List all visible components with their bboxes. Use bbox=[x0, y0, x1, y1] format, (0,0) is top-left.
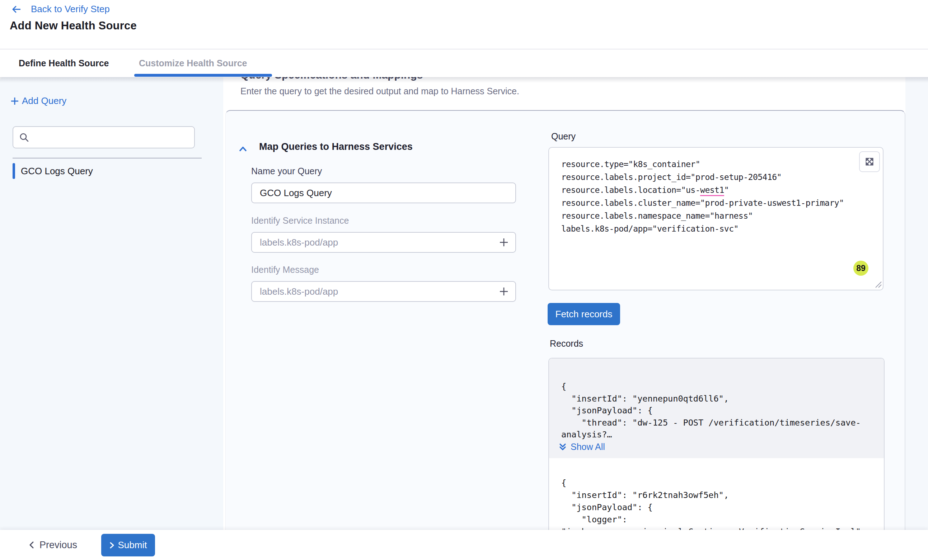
query-code: resource.type="k8s_container"resource.la… bbox=[561, 158, 844, 235]
fullscreen-icon bbox=[864, 157, 875, 167]
search-icon bbox=[19, 132, 29, 142]
submit-button[interactable]: Submit bbox=[101, 534, 155, 556]
identify-message-input[interactable] bbox=[251, 281, 516, 302]
previous-button[interactable]: Previous bbox=[29, 530, 77, 560]
back-to-verify-link[interactable]: Back to Verify Step bbox=[11, 4, 110, 15]
right-gutter bbox=[905, 76, 928, 530]
sidebar-item-gco-logs-query[interactable]: GCO Logs Query bbox=[12, 163, 93, 179]
page-footer: Previous Submit bbox=[0, 530, 928, 560]
add-health-source-page: Query Specifications and Mappings Enter … bbox=[0, 0, 928, 560]
service-instance-input[interactable] bbox=[251, 232, 516, 253]
identify-message-label: Identify Message bbox=[251, 265, 319, 275]
records-label: Records bbox=[550, 338, 583, 349]
spellcheck-underline: west1 bbox=[700, 186, 724, 196]
query-name-input[interactable] bbox=[251, 183, 516, 203]
previous-label: Previous bbox=[40, 540, 77, 551]
query-search-box bbox=[12, 126, 195, 148]
show-all-link[interactable]: Show All bbox=[559, 442, 605, 452]
back-link-label: Back to Verify Step bbox=[31, 4, 110, 15]
double-chevron-down-icon bbox=[559, 443, 567, 452]
active-query-indicator bbox=[12, 163, 15, 179]
search-input[interactable] bbox=[34, 132, 194, 143]
service-instance-plus-icon[interactable] bbox=[496, 234, 512, 250]
identify-message-plus-icon[interactable] bbox=[496, 284, 512, 299]
chevron-right-icon bbox=[110, 542, 114, 549]
record-1-json: { "insertId": "yennepun0qtd6ll6", "jsonP… bbox=[561, 381, 861, 441]
scroll-shadow bbox=[0, 76, 928, 83]
add-query-button[interactable]: Add Query bbox=[10, 95, 66, 107]
tab-bar: Define Health Source Customize Health So… bbox=[0, 49, 928, 77]
show-all-label: Show All bbox=[571, 442, 605, 452]
section-subtitle: Enter the query to get the desired outpu… bbox=[240, 86, 519, 96]
chevron-left-icon bbox=[29, 541, 34, 549]
query-char-count-badge: 89 bbox=[853, 261, 868, 276]
map-queries-title: Map Queries to Harness Services bbox=[259, 141, 413, 152]
tab-define-health-source[interactable]: Define Health Source bbox=[19, 49, 109, 77]
fetch-records-button[interactable]: Fetch records bbox=[548, 303, 620, 325]
expand-query-button[interactable] bbox=[859, 151, 880, 172]
name-query-label: Name your Query bbox=[251, 166, 322, 177]
service-instance-label: Identify Service Instance bbox=[251, 216, 349, 226]
active-tab-underline bbox=[134, 74, 272, 77]
record-2-json: { "insertId": "r6rk2tnah3owf5eh", "jsonP… bbox=[561, 477, 861, 538]
query-item-label: GCO Logs Query bbox=[21, 166, 93, 177]
plus-icon bbox=[10, 96, 20, 106]
resize-handle-icon[interactable] bbox=[875, 281, 882, 290]
submit-label: Submit bbox=[118, 540, 147, 551]
page-header: Back to Verify Step Add New Health Sourc… bbox=[0, 0, 928, 49]
add-query-label: Add Query bbox=[22, 95, 66, 107]
page-title: Add New Health Source bbox=[10, 19, 137, 32]
collapse-section-chevron-up-icon[interactable] bbox=[238, 144, 248, 155]
back-arrow-icon bbox=[11, 4, 21, 14]
sidebar-divider bbox=[12, 158, 201, 158]
query-label: Query bbox=[551, 131, 575, 142]
tab-customize-health-source[interactable]: Customize Health Source bbox=[139, 49, 247, 77]
